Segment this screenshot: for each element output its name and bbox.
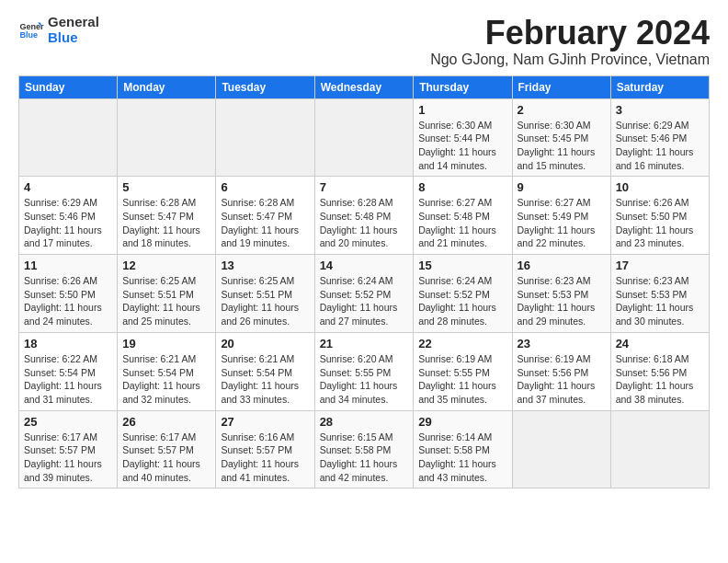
day-info: Sunrise: 6:22 AMSunset: 5:54 PMDaylight:… bbox=[24, 352, 112, 407]
calendar-table: SundayMondayTuesdayWednesdayThursdayFrid… bbox=[18, 75, 710, 489]
day-info: Sunrise: 6:26 AMSunset: 5:50 PMDaylight:… bbox=[24, 274, 112, 328]
col-header-saturday: Saturday bbox=[610, 75, 709, 98]
day-number: 19 bbox=[122, 337, 210, 350]
page-header: General Blue General Blue February 2024 … bbox=[18, 15, 710, 68]
calendar-cell: 20Sunrise: 6:21 AMSunset: 5:54 PMDayligh… bbox=[216, 332, 314, 410]
day-number: 11 bbox=[24, 259, 112, 272]
calendar-cell: 17Sunrise: 6:23 AMSunset: 5:53 PMDayligh… bbox=[610, 255, 709, 333]
calendar-week-row: 1Sunrise: 6:30 AMSunset: 5:44 PMDaylight… bbox=[19, 98, 710, 177]
calendar-header-row: SundayMondayTuesdayWednesdayThursdayFrid… bbox=[19, 75, 710, 98]
day-info: Sunrise: 6:21 AMSunset: 5:54 PMDaylight:… bbox=[221, 352, 309, 407]
col-header-friday: Friday bbox=[512, 75, 610, 98]
day-number: 25 bbox=[24, 415, 112, 429]
day-number: 7 bbox=[320, 180, 409, 194]
day-info: Sunrise: 6:27 AMSunset: 5:48 PMDaylight:… bbox=[418, 196, 506, 250]
calendar-cell: 23Sunrise: 6:19 AMSunset: 5:56 PMDayligh… bbox=[512, 332, 610, 410]
calendar-cell: 21Sunrise: 6:20 AMSunset: 5:55 PMDayligh… bbox=[314, 332, 414, 410]
logo-text-blue: Blue bbox=[48, 30, 99, 46]
day-number: 1 bbox=[418, 103, 506, 117]
col-header-monday: Monday bbox=[118, 75, 216, 98]
day-info: Sunrise: 6:29 AMSunset: 5:46 PMDaylight:… bbox=[24, 196, 112, 250]
calendar-cell: 19Sunrise: 6:21 AMSunset: 5:54 PMDayligh… bbox=[118, 332, 216, 410]
day-info: Sunrise: 6:18 AMSunset: 5:56 PMDaylight:… bbox=[616, 352, 704, 407]
day-number: 29 bbox=[418, 415, 506, 429]
calendar-cell: 28Sunrise: 6:15 AMSunset: 5:58 PMDayligh… bbox=[314, 410, 414, 488]
day-number: 10 bbox=[616, 180, 704, 194]
calendar-cell bbox=[216, 98, 314, 177]
calendar-week-row: 25Sunrise: 6:17 AMSunset: 5:57 PMDayligh… bbox=[19, 410, 710, 488]
calendar-cell bbox=[118, 98, 216, 177]
calendar-cell bbox=[19, 98, 118, 177]
logo-text-general: General bbox=[48, 15, 99, 30]
calendar-cell: 11Sunrise: 6:26 AMSunset: 5:50 PMDayligh… bbox=[19, 255, 118, 333]
svg-text:Blue: Blue bbox=[19, 30, 38, 40]
day-number: 28 bbox=[320, 415, 409, 429]
calendar-cell: 2Sunrise: 6:30 AMSunset: 5:45 PMDaylight… bbox=[512, 98, 610, 177]
day-info: Sunrise: 6:30 AMSunset: 5:44 PMDaylight:… bbox=[418, 119, 506, 173]
calendar-cell bbox=[314, 98, 414, 177]
day-info: Sunrise: 6:20 AMSunset: 5:55 PMDaylight:… bbox=[320, 352, 409, 407]
day-number: 9 bbox=[518, 180, 606, 194]
day-info: Sunrise: 6:14 AMSunset: 5:58 PMDaylight:… bbox=[418, 431, 506, 485]
day-info: Sunrise: 6:28 AMSunset: 5:47 PMDaylight:… bbox=[122, 196, 210, 250]
day-info: Sunrise: 6:27 AMSunset: 5:49 PMDaylight:… bbox=[518, 196, 606, 250]
calendar-cell: 14Sunrise: 6:24 AMSunset: 5:52 PMDayligh… bbox=[314, 255, 414, 333]
calendar-cell: 18Sunrise: 6:22 AMSunset: 5:54 PMDayligh… bbox=[19, 332, 118, 410]
logo-icon: General Blue bbox=[18, 17, 44, 43]
calendar-title-block: February 2024 Ngo GJong, Nam GJinh Provi… bbox=[430, 15, 710, 68]
calendar-cell: 6Sunrise: 6:28 AMSunset: 5:47 PMDaylight… bbox=[216, 177, 314, 255]
col-header-tuesday: Tuesday bbox=[216, 75, 314, 98]
col-header-wednesday: Wednesday bbox=[314, 75, 414, 98]
day-number: 5 bbox=[122, 180, 210, 194]
calendar-cell: 27Sunrise: 6:16 AMSunset: 5:57 PMDayligh… bbox=[216, 410, 314, 488]
day-number: 23 bbox=[518, 337, 606, 350]
day-number: 12 bbox=[122, 259, 210, 272]
day-info: Sunrise: 6:19 AMSunset: 5:56 PMDaylight:… bbox=[518, 352, 606, 407]
calendar-cell bbox=[610, 410, 709, 488]
calendar-cell: 5Sunrise: 6:28 AMSunset: 5:47 PMDaylight… bbox=[118, 177, 216, 255]
day-number: 17 bbox=[616, 259, 704, 272]
day-number: 14 bbox=[320, 259, 409, 272]
day-number: 20 bbox=[221, 337, 309, 350]
day-number: 16 bbox=[518, 259, 606, 272]
day-number: 27 bbox=[221, 415, 309, 429]
day-info: Sunrise: 6:24 AMSunset: 5:52 PMDaylight:… bbox=[320, 274, 409, 328]
calendar-cell: 25Sunrise: 6:17 AMSunset: 5:57 PMDayligh… bbox=[19, 410, 118, 488]
day-number: 3 bbox=[616, 103, 704, 117]
calendar-cell: 9Sunrise: 6:27 AMSunset: 5:49 PMDaylight… bbox=[512, 177, 610, 255]
day-info: Sunrise: 6:30 AMSunset: 5:45 PMDaylight:… bbox=[518, 119, 606, 173]
logo: General Blue General Blue bbox=[18, 15, 99, 45]
day-info: Sunrise: 6:28 AMSunset: 5:47 PMDaylight:… bbox=[221, 196, 309, 250]
day-info: Sunrise: 6:29 AMSunset: 5:46 PMDaylight:… bbox=[616, 119, 704, 173]
day-info: Sunrise: 6:15 AMSunset: 5:58 PMDaylight:… bbox=[320, 431, 409, 485]
day-info: Sunrise: 6:25 AMSunset: 5:51 PMDaylight:… bbox=[221, 274, 309, 328]
day-number: 4 bbox=[24, 180, 112, 194]
calendar-week-row: 11Sunrise: 6:26 AMSunset: 5:50 PMDayligh… bbox=[19, 255, 710, 333]
col-header-sunday: Sunday bbox=[19, 75, 118, 98]
calendar-cell: 10Sunrise: 6:26 AMSunset: 5:50 PMDayligh… bbox=[610, 177, 709, 255]
day-number: 24 bbox=[616, 337, 704, 350]
calendar-week-row: 18Sunrise: 6:22 AMSunset: 5:54 PMDayligh… bbox=[19, 332, 710, 410]
day-info: Sunrise: 6:17 AMSunset: 5:57 PMDaylight:… bbox=[122, 431, 210, 485]
calendar-cell: 3Sunrise: 6:29 AMSunset: 5:46 PMDaylight… bbox=[610, 98, 709, 177]
calendar-title: February 2024 bbox=[430, 15, 710, 52]
day-info: Sunrise: 6:16 AMSunset: 5:57 PMDaylight:… bbox=[221, 431, 309, 485]
day-number: 2 bbox=[518, 103, 606, 117]
calendar-cell: 26Sunrise: 6:17 AMSunset: 5:57 PMDayligh… bbox=[118, 410, 216, 488]
calendar-week-row: 4Sunrise: 6:29 AMSunset: 5:46 PMDaylight… bbox=[19, 177, 710, 255]
day-number: 15 bbox=[418, 259, 506, 272]
day-info: Sunrise: 6:19 AMSunset: 5:55 PMDaylight:… bbox=[418, 352, 506, 407]
day-info: Sunrise: 6:17 AMSunset: 5:57 PMDaylight:… bbox=[24, 431, 112, 485]
calendar-cell: 22Sunrise: 6:19 AMSunset: 5:55 PMDayligh… bbox=[414, 332, 512, 410]
calendar-cell: 7Sunrise: 6:28 AMSunset: 5:48 PMDaylight… bbox=[314, 177, 414, 255]
day-info: Sunrise: 6:28 AMSunset: 5:48 PMDaylight:… bbox=[320, 196, 409, 250]
day-info: Sunrise: 6:24 AMSunset: 5:52 PMDaylight:… bbox=[418, 274, 506, 328]
day-number: 26 bbox=[122, 415, 210, 429]
day-number: 21 bbox=[320, 337, 409, 350]
calendar-cell: 1Sunrise: 6:30 AMSunset: 5:44 PMDaylight… bbox=[414, 98, 512, 177]
day-number: 8 bbox=[418, 180, 506, 194]
calendar-cell: 8Sunrise: 6:27 AMSunset: 5:48 PMDaylight… bbox=[414, 177, 512, 255]
day-info: Sunrise: 6:23 AMSunset: 5:53 PMDaylight:… bbox=[616, 274, 704, 328]
calendar-cell: 15Sunrise: 6:24 AMSunset: 5:52 PMDayligh… bbox=[414, 255, 512, 333]
day-info: Sunrise: 6:23 AMSunset: 5:53 PMDaylight:… bbox=[518, 274, 606, 328]
